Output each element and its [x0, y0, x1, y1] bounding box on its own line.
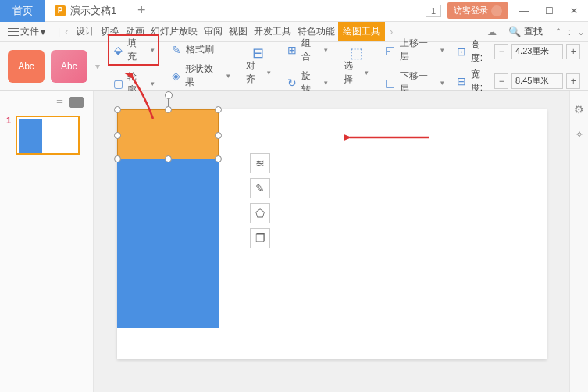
scroll-left-button[interactable]: ‹ — [62, 27, 71, 37]
presentation-icon: P — [55, 5, 66, 16]
title-bar-right: 1 访客登录 — ☐ ✕ — [426, 2, 588, 19]
outline-icon: ▢ — [112, 77, 124, 90]
resize-handle-e[interactable] — [215, 132, 222, 139]
format-painter-label: 格式刷 — [186, 43, 214, 56]
width-input[interactable]: 8.45厘米 — [511, 73, 563, 89]
chevron-down-icon: ▾ — [324, 46, 328, 54]
right-rail: ⚙ ✧ — [569, 91, 588, 392]
resize-handle-nw[interactable] — [114, 106, 121, 113]
align-icon: ⊟ — [252, 47, 265, 59]
resize-handle-n[interactable] — [165, 106, 172, 113]
height-decrement[interactable]: − — [494, 44, 508, 59]
chevron-down-icon: ▾ — [365, 69, 369, 77]
search-label: 查找 — [524, 25, 543, 38]
float-edit-button[interactable]: ✎ — [250, 178, 270, 198]
fill-label: 填充 — [127, 37, 145, 63]
width-increment[interactable]: + — [566, 73, 580, 89]
resize-handle-s[interactable] — [165, 155, 172, 162]
shape-effects-button[interactable]: ◈ 形状效果 ▾ — [166, 61, 235, 91]
maximize-button[interactable]: ☐ — [540, 3, 558, 19]
file-menu-label: 文件 — [20, 25, 39, 38]
slide-number: 1 — [6, 116, 11, 155]
panel-view-tools: ☰ — [6, 97, 87, 108]
search-icon: 🔍 — [508, 26, 521, 37]
float-layers-button[interactable]: ≋ — [250, 153, 270, 173]
slide-canvas[interactable]: ≋ ✎ ⬠ ❐ — [117, 109, 547, 359]
chevron-down-icon: ▾ — [151, 46, 155, 54]
resize-handle-ne[interactable] — [215, 106, 222, 113]
outline-view-icon[interactable]: ☰ — [56, 98, 63, 107]
floating-toolbar: ≋ ✎ ⬠ ❐ — [250, 153, 270, 248]
group-button[interactable]: ⊞ 组合 ▾ — [282, 35, 333, 65]
select-icon: ⬚ — [350, 47, 362, 59]
thumbnail-view-button[interactable] — [69, 97, 84, 108]
cloud-icon[interactable]: ☁ — [487, 27, 497, 37]
bring-forward-button[interactable]: ◱ 上移一层 ▾ — [380, 35, 449, 65]
ribbon-fill-outline-group: ⬙ 填充 ▾ ▢ 轮廓 ▾ — [108, 34, 159, 98]
resize-handle-se[interactable] — [215, 155, 222, 162]
tab-design[interactable]: 设计 — [73, 22, 98, 41]
settings-icon[interactable]: ⚙ — [574, 103, 584, 116]
width-decrement[interactable]: − — [494, 73, 508, 89]
chevron-down-icon: ▾ — [226, 72, 230, 80]
slide-thumbnail-wrap: 1 — [6, 116, 87, 155]
ribbon-layer-group: ◱ 上移一层 ▾ ◲ 下移一层 ▾ — [380, 35, 449, 98]
chevron-down-icon: ▾ — [440, 79, 444, 87]
home-tab[interactable]: 首页 — [0, 0, 45, 22]
chevron-up-icon[interactable]: ⌃ — [554, 27, 562, 37]
select-label: 选择 — [344, 59, 362, 86]
close-button[interactable]: ✕ — [565, 3, 583, 19]
login-badge[interactable]: 访客登录 — [447, 2, 508, 19]
chevron-down-icon: ▾ — [324, 79, 328, 87]
tab-review[interactable]: 审阅 — [201, 22, 226, 41]
ribbon: Abc Abc ▾ ⬙ 填充 ▾ ▢ 轮廓 ▾ ✎ 格式刷 ◈ 形状效果 ▾ ⊟… — [0, 42, 588, 91]
fill-button[interactable]: ⬙ 填充 ▾ — [108, 34, 159, 66]
document-tab[interactable]: P 演示文稿1 — [45, 0, 126, 22]
window-counter[interactable]: 1 — [426, 5, 441, 17]
resize-handle-sw[interactable] — [114, 155, 121, 162]
thumb-shape — [19, 119, 42, 153]
star-icon[interactable]: ✧ — [575, 128, 584, 141]
minimize-button[interactable]: — — [515, 3, 533, 19]
canvas-area[interactable]: ≋ ✎ ⬠ ❐ — [94, 91, 569, 392]
float-shape-button[interactable]: ⬠ — [250, 203, 270, 223]
bring-forward-label: 上移一层 — [400, 37, 437, 63]
group-icon: ⊞ — [287, 44, 298, 56]
orange-rectangle-shape[interactable] — [117, 109, 219, 159]
login-label: 访客登录 — [454, 5, 488, 16]
rotate-handle[interactable] — [165, 91, 173, 99]
chevron-down-icon: ▾ — [267, 69, 271, 77]
height-icon: ⊡ — [455, 45, 468, 58]
fill-bucket-icon: ⬙ — [112, 44, 124, 56]
help-icon[interactable]: : — [568, 27, 571, 37]
tab-view[interactable]: 视图 — [226, 22, 251, 41]
more-icon[interactable]: ⌄ — [577, 27, 585, 37]
send-backward-icon: ◲ — [384, 77, 397, 89]
shape-style-1[interactable]: Abc — [8, 50, 45, 83]
float-copy-button[interactable]: ❐ — [250, 228, 270, 248]
width-icon: ⊟ — [455, 75, 468, 87]
slide-panel: ☰ 1 — [0, 91, 94, 392]
rotate-icon: ↻ — [287, 77, 298, 89]
main-area: ☰ 1 ≋ — [0, 91, 588, 392]
shape-effects-label: 形状效果 — [185, 62, 222, 89]
chevron-down-icon: ▾ — [41, 27, 45, 37]
shape-style-2[interactable]: Abc — [51, 50, 87, 83]
tab-drawing-tools[interactable]: 绘图工具 — [338, 22, 385, 41]
height-input[interactable]: 4.23厘米 — [511, 44, 563, 59]
ribbon-group-rotate: ⊞ 组合 ▾ ↻ 旋转 ▾ — [282, 35, 333, 98]
chevron-down-icon: ▾ — [151, 80, 155, 87]
format-painter-button[interactable]: ✎ 格式刷 — [166, 41, 235, 58]
resize-handle-w[interactable] — [114, 132, 121, 139]
ribbon-select-group: ⬚ 选择▾ — [339, 45, 373, 87]
group-label: 组合 — [301, 37, 319, 63]
slide-thumbnail-1[interactable] — [16, 116, 80, 155]
format-painter-icon: ✎ — [170, 44, 183, 56]
align-button[interactable]: ⊟ 对齐▾ — [241, 45, 276, 87]
height-increment[interactable]: + — [566, 44, 580, 59]
align-label: 对齐 — [246, 59, 264, 86]
select-button[interactable]: ⬚ 选择▾ — [339, 45, 373, 87]
new-tab-button[interactable]: + — [126, 0, 157, 22]
style-more-button[interactable]: ▾ — [94, 61, 102, 72]
file-menu[interactable]: 文件 ▾ — [3, 23, 50, 40]
